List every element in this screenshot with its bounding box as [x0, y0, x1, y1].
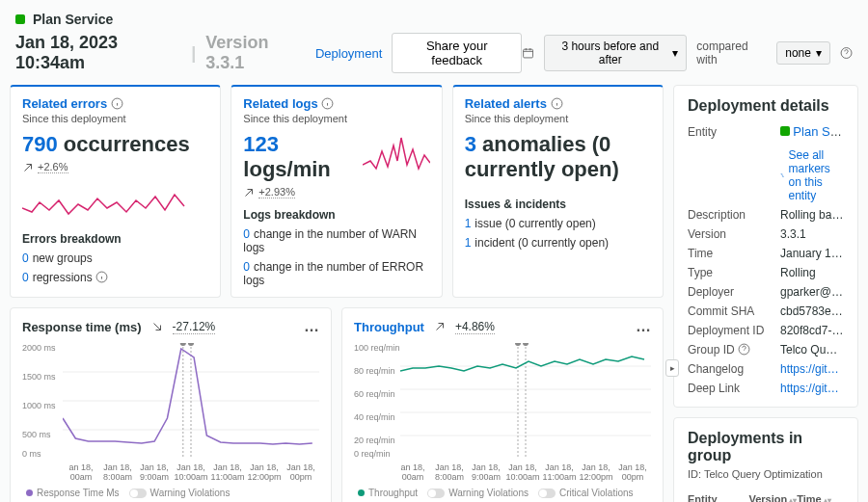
svg-rect-0: [524, 49, 533, 58]
legend-response[interactable]: Response Time Ms: [26, 488, 120, 498]
errors-delta: +2.6%: [38, 161, 68, 173]
anomalies-label: anomalies (0 currently open): [465, 132, 619, 181]
throughput-chart: Throughput +4.86% … 100 req/min 80 req/m…: [341, 307, 664, 502]
collapse-sidebar-button[interactable]: ▸: [665, 359, 679, 377]
compare-value: none: [785, 46, 811, 60]
deployments-in-group-panel: Deployments in group ID: Telco Query Opt…: [673, 417, 858, 502]
group-key: Group ID: [688, 343, 773, 357]
deployer-value: gparker@telco.nrdemo.com: [780, 285, 844, 299]
deployment-link[interactable]: Deployment: [315, 46, 382, 61]
legend-critical-toggle[interactable]: Critical Violations: [538, 488, 634, 498]
entity-link[interactable]: Plan Service: [793, 124, 844, 139]
sha-value: cbd5783ecc6722ae7d7ed1e8d…: [780, 304, 844, 318]
new-groups-label: new groups: [33, 251, 93, 265]
col-entity[interactable]: Entity name▴▾: [688, 493, 748, 502]
chart-menu-button[interactable]: …: [304, 318, 319, 335]
time-key: Time: [688, 247, 773, 260]
logs-delta: +2.93%: [258, 186, 295, 198]
changelog-link[interactable]: https://github.com/newrelic/nri…: [780, 362, 844, 376]
deeplink-key: Deep Link: [688, 382, 773, 395]
errors-count: 790: [22, 132, 58, 156]
deployment-details-panel: Deployment details Entity Plan Service S…: [673, 85, 858, 408]
info-icon[interactable]: [551, 97, 563, 110]
version-value: 3.3.1: [780, 227, 844, 241]
trend-down-icon: [151, 321, 163, 332]
logs-count-label: logs/min: [243, 157, 330, 181]
errors-sparkline: [22, 181, 186, 220]
see-markers-link[interactable]: See all markers on this entity: [780, 148, 844, 202]
type-value: Rolling: [780, 266, 844, 279]
related-logs-link[interactable]: Related logs: [243, 96, 317, 111]
anomalies-count: 3: [465, 132, 476, 156]
y-tick: 0 req/min: [354, 449, 391, 459]
throughput-chart-title[interactable]: Throughput: [354, 320, 424, 334]
deeplink-link[interactable]: https://github.com/newrelic/nri…: [780, 382, 844, 395]
legend-throughput[interactable]: Throughput: [358, 488, 418, 498]
issue-count: 1: [465, 217, 472, 230]
chevron-down-icon: ▾: [672, 46, 678, 60]
details-title: Deployment details: [688, 97, 844, 115]
time-range-select[interactable]: 3 hours before and after ▾: [544, 35, 687, 71]
trend-up-icon: [434, 321, 446, 332]
incident-count: 1: [465, 236, 472, 250]
info-icon[interactable]: [111, 97, 123, 110]
divider: |: [191, 43, 196, 64]
compared-label: compared with: [696, 40, 767, 66]
y-tick: 20 req/min: [354, 436, 395, 445]
new-groups-count: 0: [22, 251, 29, 265]
errors-count-label: occurrences: [64, 132, 190, 156]
svg-point-10: [180, 343, 186, 346]
warn-change-label: change in the number of WARN logs: [243, 227, 417, 254]
version-key: Version: [688, 227, 773, 241]
deployment-timestamp: Jan 18, 2023 10:34am: [15, 33, 181, 73]
desc-key: Description: [688, 208, 773, 222]
chevron-down-icon: ▾: [816, 46, 822, 60]
help-icon[interactable]: [738, 343, 750, 356]
entity-status-dot: [15, 14, 25, 24]
col-version[interactable]: Version▴▾: [748, 493, 797, 502]
y-tick: 2000 ms: [22, 343, 56, 353]
x-axis: an 18,00am Jan 18,8:00am Jan 18,9:00am J…: [22, 462, 319, 482]
info-icon[interactable]: [95, 271, 108, 283]
regressions-label: regressions: [33, 271, 93, 284]
svg-point-12: [188, 343, 194, 346]
logs-breakdown-title: Logs breakdown: [243, 208, 429, 222]
desc-value: Rolling back query changes: [780, 208, 844, 222]
related-alerts-card: Related alerts Since this deployment 3 a…: [452, 85, 664, 298]
response-chart-title: Response time (ms): [22, 320, 142, 334]
throughput-chart-svg: [354, 343, 651, 459]
y-tick: 60 req/min: [354, 389, 395, 399]
feedback-button[interactable]: Share your feedback: [392, 33, 522, 73]
chart-menu-button[interactable]: …: [636, 318, 651, 335]
related-alerts-link[interactable]: Related alerts: [465, 96, 547, 111]
sha-key: Commit SHA: [688, 304, 773, 318]
group-value: Telco Query Optimization: [780, 343, 844, 357]
related-errors-link[interactable]: Related errors: [22, 96, 107, 111]
issue-label: issue (0 currently open): [475, 217, 595, 230]
y-tick: 40 req/min: [354, 412, 395, 422]
response-delta: -27.12%: [173, 320, 216, 334]
help-icon[interactable]: [840, 46, 853, 60]
response-chart-svg: [22, 343, 319, 459]
type-key: Type: [688, 266, 773, 279]
x-axis: an 18,00am Jan 18,8:00am Jan 18,9:00am J…: [354, 462, 651, 482]
dep-group-subtitle: ID: Telco Query Optimization: [688, 468, 844, 480]
trend-up-icon: [243, 187, 255, 198]
dep-group-title: Deployments in group: [688, 430, 844, 464]
y-tick: 500 ms: [22, 430, 51, 439]
col-time[interactable]: Time▴▾: [797, 493, 844, 502]
svg-point-18: [515, 343, 521, 346]
deployer-key: Deployer: [688, 285, 773, 299]
trend-up-icon: [22, 162, 34, 173]
warn-change-count: 0: [243, 227, 250, 241]
y-tick: 1000 ms: [22, 401, 56, 410]
entity-status-dot: [780, 126, 790, 136]
issues-title: Issues & incidents: [465, 198, 651, 211]
legend-warning-toggle[interactable]: Warning Violations: [129, 488, 231, 498]
depid-value: 820f8cd7-34ee-4d06-be22-2…: [780, 324, 844, 337]
legend-warning-toggle[interactable]: Warning Violations: [427, 488, 529, 498]
logs-count: 123: [243, 132, 279, 156]
response-time-chart: Response time (ms) -27.12% … 2000 ms 150…: [10, 307, 332, 502]
info-icon[interactable]: [321, 97, 334, 110]
compare-select[interactable]: none ▾: [776, 41, 830, 65]
